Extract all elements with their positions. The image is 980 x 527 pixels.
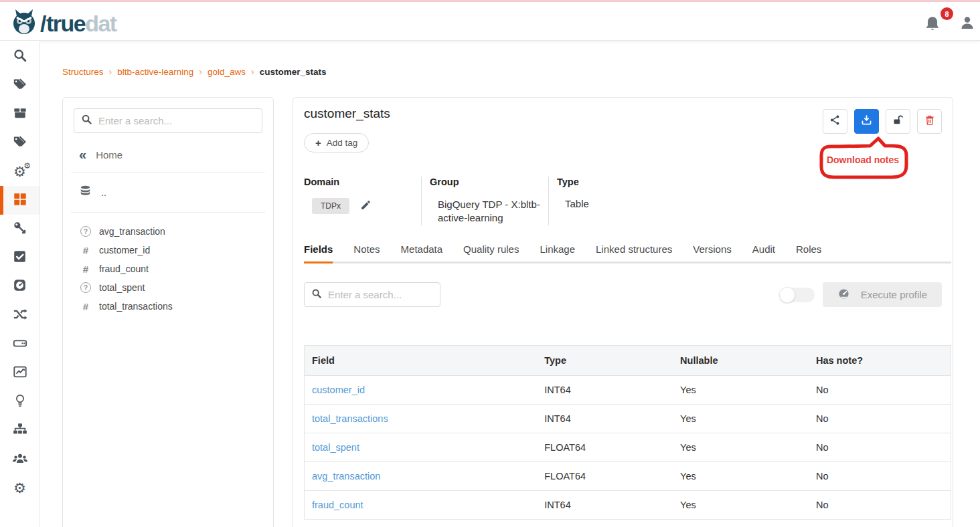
field-list-item[interactable]: # fraud_count [80, 259, 262, 278]
sidebar-item-configurations[interactable] [0, 416, 39, 445]
nav-home-label: Home [96, 149, 122, 161]
unlock-button[interactable] [886, 109, 910, 134]
add-tag-button[interactable]: + Add tag [304, 133, 369, 152]
sidebar-item-glossary[interactable] [0, 71, 39, 100]
execute-profile-button[interactable]: Execute profile [823, 282, 942, 307]
domain-label: Domain [304, 177, 414, 187]
fields-toolbar: Execute profile [304, 282, 942, 307]
tab-linkage[interactable]: Linkage [540, 239, 575, 264]
structure-details: Domain TDPx Group BigQuery TDP - X:bltb-… [304, 177, 655, 225]
breadcrumb-separator: › [109, 66, 112, 77]
breadcrumb-link[interactable]: Structures [62, 67, 104, 77]
logo-wordmark: /truedat [40, 11, 116, 37]
breadcrumb-separator: › [199, 66, 202, 77]
chart-icon [13, 364, 27, 382]
question-circle-icon: ? [80, 282, 91, 293]
divider [71, 172, 265, 173]
structure-actions [823, 109, 942, 134]
left-panel-search-input[interactable] [98, 115, 255, 126]
field-link[interactable]: total_spent [305, 433, 538, 462]
sidebar-item-rules[interactable] [0, 243, 39, 272]
grid-icon [13, 192, 27, 209]
tab-audit[interactable]: Audit [752, 239, 775, 264]
fields-search-input[interactable] [328, 289, 461, 300]
tab-versions[interactable]: Versions [693, 239, 732, 264]
col-type: Type [537, 346, 673, 376]
truedat-logo[interactable]: /truedat [9, 7, 116, 39]
field-list-item[interactable]: ? total_spent [80, 278, 262, 297]
field-list-item[interactable]: # customer_id [80, 241, 262, 259]
col-field: Field [305, 346, 538, 376]
cogs-icon: ⚙⚙ [13, 165, 26, 179]
search-icon [81, 114, 92, 128]
download-notes-annotation: Download notes [817, 136, 912, 185]
owl-logo-icon [9, 7, 39, 39]
breadcrumb-current: customer_stats [260, 67, 327, 77]
breadcrumb-link[interactable]: bltb-active-learning [117, 67, 193, 77]
tab-notes[interactable]: Notes [353, 239, 380, 264]
key-icon [13, 221, 27, 238]
sidebar-item-products[interactable] [0, 100, 39, 128]
tab-fields[interactable]: Fields [304, 239, 333, 264]
tab-metadata[interactable]: Metadata [401, 239, 443, 264]
nav-parent-item[interactable]: .. [79, 185, 262, 200]
type-column: Type Table [548, 177, 655, 225]
sidebar-item-user-groups[interactable] [0, 445, 39, 473]
domain-chip: TDPx [312, 198, 349, 214]
download-icon [861, 114, 872, 128]
breadcrumb-link[interactable]: gold_aws [208, 67, 246, 77]
table-row: avg_transaction FLOAT64 Yes No [305, 462, 951, 491]
domain-column: Domain TDPx [304, 177, 421, 225]
tab-roles[interactable]: Roles [796, 239, 821, 264]
notifications-bell-icon[interactable] [924, 14, 944, 37]
sidebar-item-insights[interactable] [0, 387, 39, 416]
plus-icon: + [315, 138, 321, 148]
share-icon [829, 114, 841, 128]
sidebar-item-search[interactable] [0, 42, 39, 71]
sidebar-item-sources[interactable] [0, 330, 39, 358]
group-column: Group BigQuery TDP - X:bltb-active-learn… [421, 177, 548, 225]
download-notes-button[interactable] [854, 109, 879, 134]
tags-icon [13, 77, 27, 94]
shuffle-icon [13, 307, 27, 324]
field-list-item[interactable]: ? avg_transaction [80, 222, 262, 241]
user-account-icon[interactable] [960, 15, 975, 30]
sidebar-item-executions[interactable] [0, 272, 39, 301]
field-link[interactable]: total_transactions [305, 405, 538, 433]
sidebar-item-settings[interactable]: ⚙ [0, 473, 39, 502]
sidebar-item-taxonomy[interactable] [0, 128, 39, 157]
hash-icon: # [80, 245, 91, 256]
col-nullable: Nullable [673, 346, 809, 376]
sidebar-item-structures[interactable] [0, 186, 39, 215]
field-link[interactable]: customer_id [305, 376, 538, 405]
group-label: Group [430, 177, 542, 187]
app-root: /truedat 8 ⚙⚙ [0, 0, 980, 527]
hash-icon: # [80, 264, 91, 275]
tab-linked-structures[interactable]: Linked structures [596, 239, 672, 264]
delete-button[interactable] [917, 109, 942, 134]
field-list: ? avg_transaction # customer_id # fraud_… [74, 222, 262, 316]
field-list-item[interactable]: # total_transactions [80, 297, 262, 316]
divider [71, 212, 265, 213]
tab-quality-rules[interactable]: Quality rules [463, 239, 519, 264]
sidebar-item-permissions[interactable] [0, 215, 39, 243]
search-icon [311, 288, 322, 302]
edit-domain-pencil-icon[interactable] [360, 199, 372, 213]
question-circle-icon: ? [80, 226, 91, 237]
sidebar-item-dashboards[interactable] [0, 358, 39, 387]
trash-icon [924, 114, 935, 128]
box-icon [13, 106, 27, 123]
sidebar-item-lineage[interactable] [0, 301, 39, 330]
lightbulb-icon [13, 393, 27, 411]
sidebar-item-admin[interactable]: ⚙⚙ [0, 157, 39, 186]
share-button[interactable] [823, 109, 847, 134]
left-panel-search[interactable] [74, 108, 262, 133]
profile-toggle[interactable] [780, 288, 815, 302]
structure-detail-panel: customer_stats Download notes + Ad [293, 97, 953, 527]
field-link[interactable]: avg_transaction [305, 462, 538, 491]
nav-home[interactable]: « Home [79, 148, 262, 172]
field-link[interactable]: fraud_count [305, 491, 538, 520]
fields-search[interactable] [304, 282, 440, 307]
toggle-knob [779, 287, 795, 303]
hash-icon: # [80, 301, 91, 312]
